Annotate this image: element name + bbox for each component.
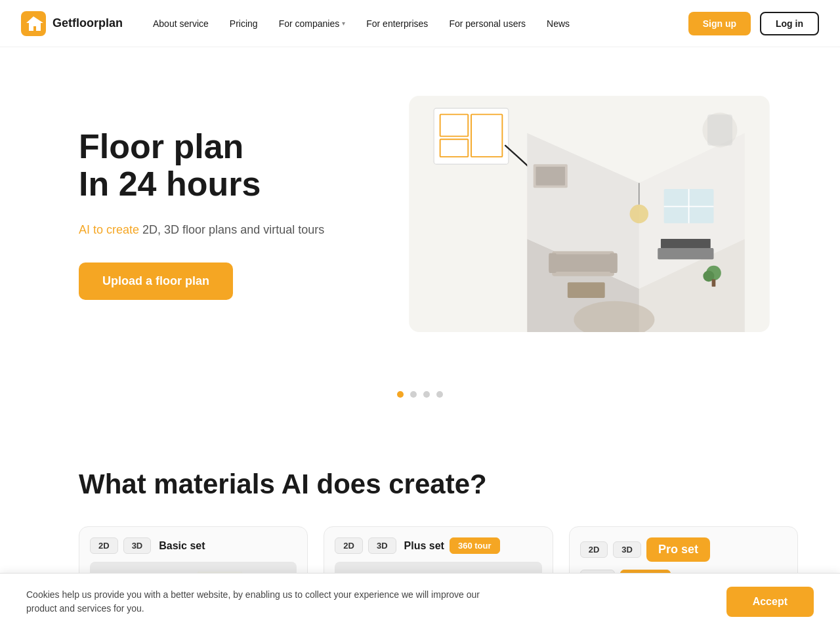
pro-set-label: Pro set [646, 537, 710, 562]
brand-name: Getfloorplan [52, 16, 123, 30]
nav-item-about[interactable]: About service [144, 13, 218, 34]
plus-set-label: Plus set [404, 540, 444, 552]
hero-title: Floor plan In 24 hours [79, 128, 354, 203]
nav-item-pricing[interactable]: Pricing [220, 13, 267, 34]
basic-set-label: Basic set [159, 540, 205, 552]
card-header-basic: 2D 3D Basic set [79, 527, 307, 562]
nav-item-news[interactable]: News [537, 13, 579, 34]
nav-item-enterprises[interactable]: For enterprises [357, 13, 437, 34]
login-button[interactable]: Log in [760, 12, 819, 35]
card-header-plus: 2D 3D Plus set 360 tour [324, 527, 552, 562]
svg-rect-12 [549, 255, 617, 272]
carousel-dot-2[interactable] [410, 391, 417, 398]
tag-2d-plus: 2D [335, 537, 363, 554]
logo[interactable]: Getfloorplan [21, 11, 123, 36]
svg-rect-28 [536, 167, 566, 185]
logo-icon [21, 11, 46, 36]
carousel-dots [0, 375, 840, 429]
main-nav: About service Pricing For companies ▾ Fo… [144, 12, 819, 35]
tag-2d-pro: 2D [580, 541, 608, 558]
section-title: What materials AI does create? [79, 469, 798, 500]
svg-rect-16 [658, 248, 713, 259]
carousel-dot-4[interactable] [436, 391, 443, 398]
svg-point-25 [630, 205, 648, 223]
tag-3d-basic: 3D [123, 537, 152, 554]
svg-rect-30 [707, 114, 732, 145]
hero-section: Floor plan In 24 hours AI to create 2D, … [0, 47, 840, 375]
hero-content: Floor plan In 24 hours AI to create 2D, … [79, 128, 354, 300]
tag-3d-pro: 3D [613, 541, 641, 558]
hero-illustration [399, 96, 780, 332]
cookie-text: Cookies help us provide you with a bette… [26, 588, 486, 616]
svg-rect-15 [568, 282, 605, 298]
nav-item-companies[interactable]: For companies ▾ [270, 13, 355, 34]
svg-rect-17 [661, 239, 711, 248]
hero-subtitle: AI to create 2D, 3D floor plans and virt… [79, 221, 354, 239]
tag-2d-basic: 2D [90, 537, 118, 554]
svg-rect-13 [549, 253, 556, 273]
hero-image [381, 96, 798, 332]
carousel-dot-3[interactable] [423, 391, 430, 398]
tag-360-plus: 360 tour [450, 537, 500, 554]
tag-3d-plus: 3D [368, 537, 396, 554]
svg-rect-14 [610, 253, 617, 273]
signup-button[interactable]: Sign up [688, 12, 751, 35]
chevron-down-icon: ▾ [342, 20, 345, 27]
cookie-banner: Cookies help us provide you with a bette… [0, 573, 840, 630]
carousel-dot-1[interactable] [397, 391, 404, 398]
accept-cookie-button[interactable]: Accept [726, 587, 814, 617]
svg-rect-20 [712, 279, 716, 286]
header: Getfloorplan About service Pricing For c… [0, 0, 840, 47]
upload-button[interactable]: Upload a floor plan [79, 262, 233, 300]
nav-item-personal[interactable]: For personal users [440, 13, 535, 34]
